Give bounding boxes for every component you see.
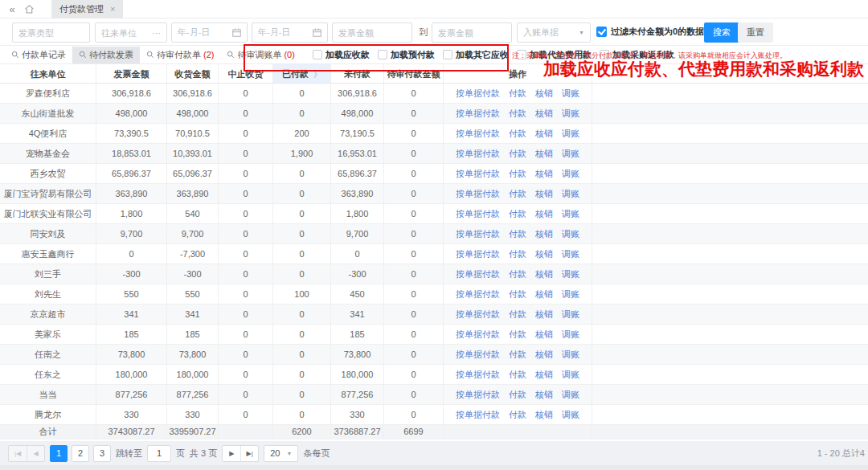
action-link-调账[interactable]: 调账 — [562, 365, 579, 384]
action-link-按单据付款[interactable]: 按单据付款 — [456, 144, 500, 163]
jump-page-box[interactable] — [147, 445, 171, 462]
action-link-调账[interactable]: 调账 — [562, 405, 579, 424]
action-link-核销[interactable]: 核销 — [535, 284, 553, 304]
action-link-核销[interactable]: 核销 — [535, 104, 553, 123]
next-page-icon[interactable]: ▶ — [223, 446, 240, 461]
action-link-按单据付款[interactable]: 按单据付款 — [456, 385, 500, 404]
page-button-2[interactable]: 2 — [72, 445, 89, 462]
action-link-付款[interactable]: 付款 — [509, 144, 526, 163]
action-link-付款[interactable]: 付款 — [509, 164, 526, 183]
header-cell-5[interactable]: 未付款 — [331, 64, 384, 83]
action-link-付款[interactable]: 付款 — [509, 345, 526, 364]
action-link-付款[interactable]: 付款 — [509, 385, 526, 404]
action-link-核销[interactable]: 核销 — [535, 345, 553, 364]
checkbox-unchecked-icon[interactable] — [313, 50, 322, 59]
action-link-调账[interactable]: 调账 — [562, 184, 579, 203]
action-link-核销[interactable]: 核销 — [535, 144, 553, 163]
action-link-核销[interactable]: 核销 — [535, 84, 553, 103]
action-link-按单据付款[interactable]: 按单据付款 — [456, 104, 500, 123]
amount-from-input[interactable] — [332, 22, 412, 43]
date-to-picker[interactable]: 年-月-日 — [252, 22, 328, 43]
action-link-付款[interactable]: 付款 — [509, 365, 526, 384]
action-link-调账[interactable]: 调账 — [562, 385, 579, 404]
action-link-调账[interactable]: 调账 — [562, 284, 579, 304]
close-icon[interactable]: × — [110, 4, 115, 14]
action-link-核销[interactable]: 核销 — [535, 365, 553, 384]
invoice-type-input[interactable] — [12, 22, 90, 43]
action-link-核销[interactable]: 核销 — [535, 204, 553, 223]
action-link-按单据付款[interactable]: 按单据付款 — [456, 304, 500, 324]
checkbox-checked-icon[interactable] — [596, 27, 607, 37]
action-link-付款[interactable]: 付款 — [509, 284, 526, 304]
home-icon[interactable] — [24, 4, 45, 14]
action-link-调账[interactable]: 调账 — [562, 345, 579, 364]
search-button[interactable]: 搜索 — [704, 22, 739, 43]
header-cell-4[interactable]: 已付款》 — [273, 64, 331, 83]
action-link-付款[interactable]: 付款 — [509, 204, 526, 223]
action-link-按单据付款[interactable]: 按单据付款 — [456, 325, 500, 344]
action-link-核销[interactable]: 核销 — [535, 304, 553, 324]
amount-from-field[interactable] — [338, 28, 406, 38]
header-cell-2[interactable]: 收货金额 — [167, 64, 219, 83]
action-link-按单据付款[interactable]: 按单据付款 — [456, 124, 500, 143]
action-link-调账[interactable]: 调账 — [562, 244, 579, 264]
query-tab-待付款发票[interactable]: 待付款发票 — [72, 47, 140, 63]
page-button-1[interactable]: 1 — [50, 445, 68, 462]
partner-field[interactable] — [101, 28, 149, 38]
action-link-调账[interactable]: 调账 — [562, 84, 579, 103]
action-link-付款[interactable]: 付款 — [509, 304, 526, 324]
action-link-付款[interactable]: 付款 — [509, 104, 526, 123]
prev-page-icon[interactable]: ◀ — [27, 446, 44, 461]
column-expand-icon[interactable]: 》 — [313, 70, 321, 79]
action-link-核销[interactable]: 核销 — [535, 184, 553, 203]
filter-zero-checkbox[interactable]: 过滤未付金额为0的数据 — [596, 26, 704, 38]
action-link-调账[interactable]: 调账 — [562, 204, 579, 223]
action-link-按单据付款[interactable]: 按单据付款 — [456, 345, 500, 364]
query-tab-待审付款单[interactable]: 待审付款单(2) — [140, 47, 220, 63]
action-link-付款[interactable]: 付款 — [509, 124, 526, 143]
action-link-调账[interactable]: 调账 — [562, 104, 579, 123]
action-link-核销[interactable]: 核销 — [535, 164, 553, 183]
action-link-按单据付款[interactable]: 按单据付款 — [456, 264, 500, 284]
invoice-type-field[interactable] — [18, 28, 84, 38]
action-link-调账[interactable]: 调账 — [562, 164, 579, 183]
entry-doc-select[interactable]: 入账单据 ▼ — [517, 22, 591, 43]
window-tab-active[interactable]: 付货款管理 × — [51, 0, 123, 18]
checkbox-unchecked-icon[interactable] — [378, 50, 387, 59]
action-link-调账[interactable]: 调账 — [562, 264, 579, 284]
header-cell-1[interactable]: 发票金额 — [96, 64, 167, 83]
more-icon[interactable]: ··· — [152, 28, 161, 38]
action-link-付款[interactable]: 付款 — [509, 264, 526, 284]
amount-to-field[interactable] — [438, 28, 506, 38]
action-link-付款[interactable]: 付款 — [509, 224, 526, 243]
checkbox-unchecked-icon[interactable] — [443, 50, 452, 59]
action-link-核销[interactable]: 核销 — [535, 325, 553, 344]
collapse-sidebar-icon[interactable]: « — [0, 3, 24, 15]
jump-page-input[interactable] — [148, 446, 170, 461]
header-cell-6[interactable]: 待审付款金额 — [384, 64, 444, 83]
partner-input[interactable]: ··· — [95, 22, 167, 43]
load-checkbox-加载应收款[interactable]: 加载应收款 — [313, 49, 370, 61]
reset-button[interactable]: 重置 — [738, 22, 773, 43]
action-link-调账[interactable]: 调账 — [562, 304, 579, 324]
action-link-付款[interactable]: 付款 — [509, 184, 526, 203]
action-link-按单据付款[interactable]: 按单据付款 — [456, 84, 500, 103]
action-link-按单据付款[interactable]: 按单据付款 — [456, 164, 500, 183]
action-link-付款[interactable]: 付款 — [509, 405, 526, 424]
action-link-调账[interactable]: 调账 — [562, 144, 579, 163]
query-tab-待审调账单[interactable]: 待审调账单(0) — [220, 47, 301, 63]
action-link-核销[interactable]: 核销 — [535, 385, 553, 404]
header-cell-0[interactable]: 往来单位 — [0, 64, 96, 83]
action-link-调账[interactable]: 调账 — [562, 124, 579, 143]
action-link-按单据付款[interactable]: 按单据付款 — [456, 184, 500, 203]
action-link-调账[interactable]: 调账 — [562, 224, 579, 243]
action-link-核销[interactable]: 核销 — [535, 224, 553, 243]
last-page-icon[interactable]: ▶| — [240, 446, 258, 461]
action-link-核销[interactable]: 核销 — [535, 264, 553, 284]
action-link-按单据付款[interactable]: 按单据付款 — [456, 224, 500, 243]
page-size-select[interactable]: 20 ▼ — [264, 445, 298, 462]
action-link-按单据付款[interactable]: 按单据付款 — [456, 365, 500, 384]
page-button-3[interactable]: 3 — [93, 445, 111, 462]
action-link-核销[interactable]: 核销 — [535, 244, 553, 264]
load-checkbox-加载预付款[interactable]: 加载预付款 — [378, 49, 435, 61]
